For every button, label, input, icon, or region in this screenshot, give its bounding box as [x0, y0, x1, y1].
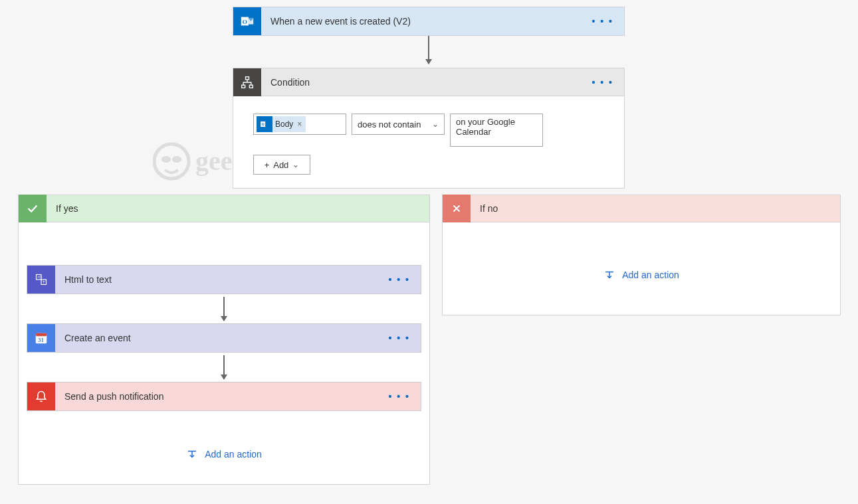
condition-operator-select[interactable]: does not contain ⌄: [352, 114, 445, 135]
action-create-event[interactable]: 31 Create an event • • •: [27, 323, 421, 353]
trigger-title: When a new event is created (V2): [261, 16, 588, 27]
if-no-branch: If no Add an action: [442, 195, 841, 315]
svg-rect-18: [36, 333, 47, 337]
condition-icon: [233, 68, 261, 96]
more-menu-icon[interactable]: • • •: [588, 13, 617, 29]
insert-step-icon: [603, 269, 615, 281]
action-push-notification[interactable]: Send a push notification • • •: [27, 382, 421, 411]
condition-left-operand[interactable]: O Body ×: [253, 114, 346, 135]
more-menu-icon[interactable]: • • •: [385, 330, 414, 346]
svg-point-1: [161, 156, 171, 163]
trigger-card[interactable]: O When a new event is created (V2) • • •: [233, 7, 625, 36]
add-action-label: Add an action: [622, 270, 679, 280]
svg-text:O: O: [243, 19, 247, 25]
chevron-down-icon: ⌄: [292, 160, 299, 169]
html-to-text-icon: </> T: [27, 266, 55, 294]
svg-rect-10: [249, 85, 253, 88]
more-menu-icon[interactable]: • • •: [588, 74, 617, 90]
connector-arrow: [223, 297, 225, 321]
outlook-icon: O: [233, 7, 261, 35]
connector-arrow: [223, 355, 225, 379]
svg-text:O: O: [262, 122, 265, 126]
action-title: Html to text: [55, 274, 385, 285]
condition-card[interactable]: Condition • • • O Body × does not contai…: [233, 68, 625, 189]
outlook-icon: O: [257, 116, 272, 132]
add-action-label: Add an action: [205, 449, 262, 460]
condition-value-input[interactable]: on your Google Calendar: [450, 114, 543, 147]
insert-step-icon: [186, 448, 198, 460]
svg-point-2: [172, 156, 181, 163]
add-condition-button[interactable]: + Add ⌄: [253, 155, 310, 175]
notification-bell-icon: [27, 382, 55, 410]
connector-arrow: [428, 36, 429, 64]
svg-text:</>: </>: [37, 275, 42, 279]
if-yes-title: If yes: [47, 203, 423, 214]
svg-text:T: T: [43, 280, 45, 284]
more-menu-icon[interactable]: • • •: [385, 272, 414, 288]
token-label: Body: [275, 120, 293, 129]
svg-rect-8: [246, 76, 249, 79]
check-icon: [19, 195, 47, 222]
condition-title: Condition: [261, 77, 588, 88]
chevron-down-icon: ⌄: [432, 120, 439, 129]
action-html-to-text[interactable]: </> T Html to text • • •: [27, 265, 421, 294]
svg-rect-9: [242, 85, 245, 88]
svg-point-0: [154, 144, 189, 179]
if-yes-branch: If yes </> T Html to text • • •: [18, 195, 430, 485]
svg-text:31: 31: [38, 337, 45, 343]
google-calendar-icon: 31: [27, 324, 55, 352]
add-action-button[interactable]: Add an action: [186, 448, 262, 460]
action-title: Create an event: [55, 333, 385, 343]
x-icon: [443, 195, 471, 222]
add-action-button[interactable]: Add an action: [603, 269, 679, 281]
if-no-title: If no: [471, 203, 833, 214]
more-menu-icon[interactable]: • • •: [385, 388, 414, 404]
action-title: Send a push notification: [55, 391, 385, 402]
body-token[interactable]: O Body ×: [257, 116, 306, 132]
remove-token-icon[interactable]: ×: [297, 120, 302, 129]
add-label: Add: [273, 160, 288, 170]
operator-label: does not contain: [358, 120, 421, 129]
plus-icon: +: [265, 160, 270, 170]
